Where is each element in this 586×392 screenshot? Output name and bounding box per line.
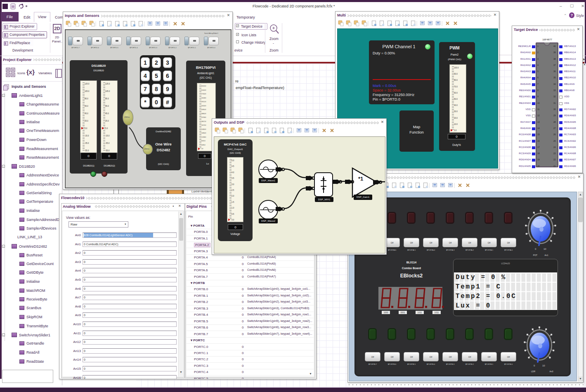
svg-text:10: 10 bbox=[542, 364, 545, 367]
svg-text:*1: *1 bbox=[358, 176, 363, 182]
svg-text:0: 0 bbox=[535, 248, 536, 250]
svg-text:10: 10 bbox=[543, 248, 546, 250]
svg-text:0: 0 bbox=[534, 364, 535, 367]
